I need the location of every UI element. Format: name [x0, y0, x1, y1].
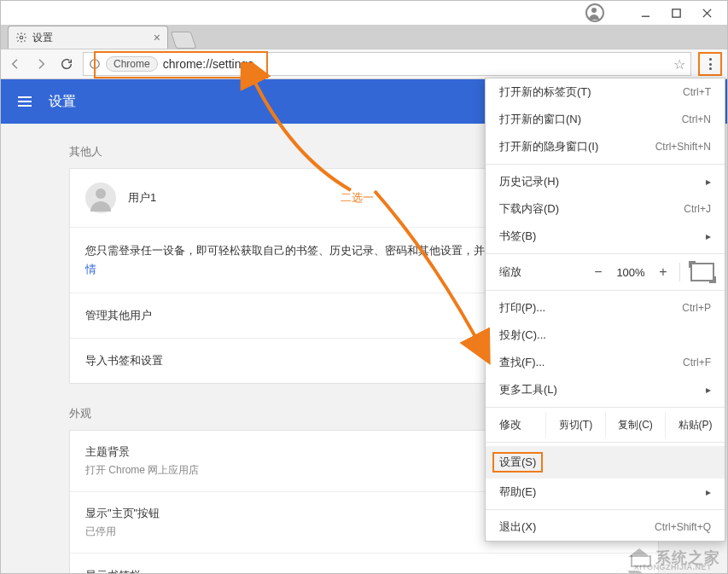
menu-help[interactable]: 帮助(E)▸	[486, 478, 725, 506]
new-tab-button[interactable]	[171, 32, 196, 49]
svg-point-3	[94, 61, 95, 62]
bookmark-star-icon[interactable]: ☆	[673, 56, 685, 72]
menu-edit-row: 修改 剪切(T) 复制(C) 粘贴(P)	[486, 411, 725, 438]
tab-title: 设置	[32, 31, 53, 45]
zoom-in-button[interactable]: +	[650, 264, 676, 280]
url-text: chrome://settings	[163, 57, 254, 71]
menu-find[interactable]: 查找(F)...Ctrl+F	[486, 349, 725, 376]
minimize-button[interactable]	[630, 3, 661, 23]
maximize-button[interactable]	[661, 3, 691, 23]
user-name: 用户1	[128, 190, 156, 206]
site-info-icon[interactable]	[89, 58, 101, 70]
fullscreen-icon[interactable]	[690, 263, 714, 281]
avatar-icon	[85, 183, 116, 213]
svg-rect-4	[94, 63, 95, 67]
menu-incognito[interactable]: 打开新的隐身窗口(I)Ctrl+Shift+N	[486, 133, 725, 160]
watermark-sub: XITONGZHIJIA.NET	[634, 563, 712, 571]
browser-tab[interactable]: 设置 ×	[8, 26, 168, 49]
vertical-dots-icon	[709, 58, 712, 70]
menu-cast[interactable]: 投射(C)...	[486, 322, 725, 349]
window-titlebar	[1, 1, 727, 25]
menu-bookmarks[interactable]: 书签(B)▸	[486, 223, 725, 250]
svg-point-1	[20, 36, 23, 39]
zoom-value: 100%	[611, 266, 650, 279]
page-title: 设置	[49, 93, 76, 111]
menu-history[interactable]: 历史记录(H)▸	[486, 168, 725, 195]
profile-icon[interactable]	[585, 3, 604, 22]
menu-print[interactable]: 打印(P)...Ctrl+P	[486, 294, 725, 322]
reload-button[interactable]	[57, 55, 76, 73]
menu-zoom-row: 缩放 − 100% +	[486, 258, 725, 287]
menu-cut[interactable]: 剪切(T)	[545, 412, 605, 438]
menu-new-window[interactable]: 打开新的窗口(N)Ctrl+N	[486, 106, 725, 133]
menu-copy[interactable]: 复制(C)	[605, 412, 665, 438]
zoom-out-button[interactable]: −	[585, 264, 611, 280]
settings-gear-icon	[15, 32, 27, 43]
manage-people-label: 管理其他用户	[85, 308, 152, 323]
zoom-label: 缩放	[499, 264, 585, 280]
forward-button[interactable]	[32, 55, 50, 73]
bookmark-bar-label: 显示书签栏	[85, 568, 617, 574]
menu-settings[interactable]: 设置(S)	[486, 446, 725, 478]
watermark: 系统之家 XITONGZHIJIA.NET	[628, 548, 720, 568]
toolbar: Chrome chrome://settings ☆	[1, 49, 727, 79]
close-window-button[interactable]	[691, 3, 722, 23]
back-button[interactable]	[6, 55, 25, 73]
menu-exit[interactable]: 退出(X)Ctrl+Shift+Q	[486, 513, 725, 541]
edit-label: 修改	[486, 411, 545, 438]
bookmark-bar-row[interactable]: 显示书签栏	[70, 553, 658, 574]
menu-hamburger-icon[interactable]	[18, 96, 32, 107]
chrome-main-menu: 打开新的标签页(T)Ctrl+T 打开新的窗口(N)Ctrl+N 打开新的隐身窗…	[485, 78, 725, 542]
annotation-choose-one: 二选一	[341, 190, 374, 206]
menu-downloads[interactable]: 下载内容(D)Ctrl+J	[486, 195, 725, 223]
menu-new-tab[interactable]: 打开新的标签页(T)Ctrl+T	[486, 78, 725, 106]
chrome-window: 设置 × Chrome chrome://settings ☆ 设置 其他人	[0, 0, 728, 574]
menu-paste[interactable]: 粘贴(P)	[665, 412, 725, 438]
close-tab-icon[interactable]: ×	[154, 32, 160, 43]
address-bar[interactable]: Chrome chrome://settings ☆	[83, 52, 691, 76]
menu-more-tools[interactable]: 更多工具(L)▸	[486, 376, 725, 403]
import-label: 导入书签和设置	[85, 353, 163, 368]
tab-strip: 设置 ×	[1, 25, 727, 49]
chrome-menu-button[interactable]	[698, 52, 722, 76]
svg-rect-0	[672, 9, 679, 16]
url-scheme-badge: Chrome	[106, 56, 158, 72]
